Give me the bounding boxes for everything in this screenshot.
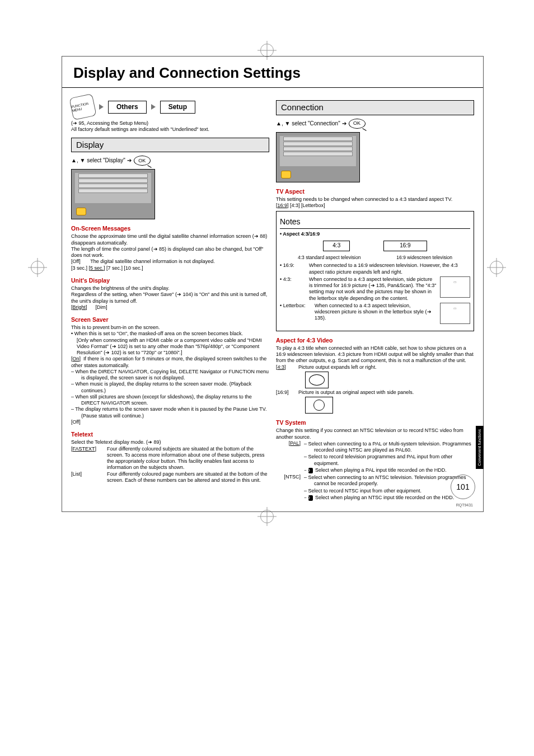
tvsystem-pal-d2: – Select to record television programmes…: [304, 454, 474, 467]
display-select-line: ▲, ▼ select "Display" ➔ OK: [71, 156, 269, 166]
saver-b1: • When this is set to "On", the masked-o…: [71, 331, 269, 337]
oval-shape-icon: [305, 372, 329, 388]
notes-bullet: • Aspect 4:3/16:9: [280, 231, 470, 237]
left-column: FUNCTION MENU Others Setup (➔ 95, Access…: [71, 96, 269, 501]
saver-on-desc: If there is no operation for 5 minutes o…: [71, 356, 266, 368]
teletext-l-label: [List]: [71, 471, 104, 484]
unitdisp-p1: Changes the brightness of the unit's dis…: [71, 285, 269, 292]
tvsystem-ntsc-d3: – HDD Select when playing an NTSC input …: [304, 495, 474, 501]
screen-illustration: [71, 169, 155, 219]
notes-169: • 16:9: When connected to a 16:9 widescr…: [280, 262, 470, 275]
connection-select-text: ▲, ▼ select "Connection" ➔: [276, 120, 346, 128]
ratio-43-label: 4:3 standard aspect television: [298, 255, 360, 261]
saver-heading: Screen Saver: [71, 316, 269, 323]
ratio-169-label: 16:9 widescreen television: [396, 255, 452, 261]
aspect43-o2-desc: Picture is output as original aspect wit…: [298, 389, 414, 395]
notes-169-tag: • 16:9:: [280, 262, 306, 275]
osm-heading: On-Screen Messages: [71, 225, 269, 232]
saver-d3: – When still pictures are shown (except …: [71, 394, 269, 407]
circle-shape-icon: [305, 397, 333, 414]
osm-default: 5 sec.: [90, 265, 104, 271]
hdd-tag-icon: HDD: [308, 468, 313, 473]
notes-lb-tag: • Letterbox:: [280, 303, 311, 326]
unitdisp-opts: [Bright] [Dim]: [71, 304, 269, 311]
others-button: Others: [108, 101, 147, 114]
return-icon: [281, 171, 291, 179]
teletext-fastext: [FASTEXT] Four differently coloured subj…: [71, 446, 269, 471]
notes-header: Notes: [280, 216, 470, 229]
registration-mark-icon: [260, 44, 274, 57]
unitdisp-opt1: Bright: [73, 304, 86, 310]
osm-p2: The length of time the control panel (➔ …: [71, 246, 269, 259]
aspect43-o2-tag: [16:9]: [276, 389, 289, 395]
connection-select-line: ▲, ▼ select "Connection" ➔ OK: [276, 119, 474, 129]
unitdisp-p2: Regardless of the setting, when "Power S…: [71, 292, 269, 304]
page-title: Display and Connection Settings: [62, 57, 483, 88]
teletext-l-desc: Four differently coloured page numbers a…: [107, 471, 269, 484]
registration-mark-icon: [490, 261, 503, 274]
notes-169-body: When connected to a 16:9 widescreen tele…: [309, 262, 470, 275]
osm-opts: [3 sec.] [5 sec.] [7 sec.] [10 sec.]: [71, 265, 269, 271]
saver-off: [Off]: [71, 419, 269, 425]
tvsystem-p1: Change this setting if you connect an NT…: [276, 428, 474, 440]
tvaspect-heading: TV Aspect: [276, 188, 474, 195]
saver-p1: This is to prevent burn-in on the screen…: [71, 325, 269, 331]
osm-off: [Off] The digital satellite channel info…: [71, 259, 269, 265]
ratio-row: 4:3 16:9: [280, 241, 470, 251]
setup-button: Setup: [160, 101, 195, 114]
teletext-f-label: FASTEXT: [73, 446, 95, 452]
aspect43-p1: To play a 4:3 title when connected with …: [276, 345, 474, 364]
aspect43-o2: [16:9] Picture is output as original asp…: [276, 389, 474, 396]
notes-43-tag: • 4:3:: [280, 276, 306, 302]
tvsystem-heading: TV System: [276, 419, 474, 426]
chevron-right-icon: [99, 104, 104, 110]
osm-p1: Choose the approximate time until the di…: [71, 233, 269, 246]
tvsystem-pal-d3: – HDD Select when playing a PAL input ti…: [304, 467, 474, 473]
saver-on: [On] If there is no operation for 5 minu…: [71, 356, 269, 369]
unitdisp-opt2: [Dim]: [96, 304, 107, 310]
tvsystem-pal-d1: – Select when connecting to a PAL or Mul…: [304, 441, 474, 454]
tvsystem-ntsc-tag: [NTSC]: [276, 474, 301, 501]
tvsystem-ntsc-d1: – Select when connecting to an NTSC tele…: [304, 475, 474, 487]
ratio-43-box: 4:3: [323, 241, 350, 251]
function-menu-icon: FUNCTION MENU: [69, 93, 96, 120]
tvsystem-ntsc: [NTSC] – Select when connecting to an NT…: [276, 474, 474, 501]
unitdisp-heading: Unit's Display: [71, 277, 269, 284]
saver-d2: – When music is played, the display retu…: [71, 381, 269, 394]
connection-section-header: Connection: [276, 100, 474, 115]
notes-box: Notes • Aspect 4:3/16:9 4:3 16:9 4:3 sta…: [276, 211, 474, 331]
tvsystem-ntsc-d2: – Select to record NTSC input from other…: [304, 488, 474, 494]
teletext-heading: Teletext: [71, 431, 269, 438]
page-frame: Display and Connection Settings FUNCTION…: [62, 56, 484, 512]
doc-code: RQT9431: [456, 503, 473, 507]
saver-on-label: On: [73, 356, 79, 361]
teletext-p1: Select the Teletext display mode. (➔ 89): [71, 439, 269, 445]
ratio-169-box: 16:9: [383, 241, 427, 251]
ok-icon: OK: [349, 119, 366, 129]
notes-43-body: ▭ When connected to a 4:3 aspect televis…: [309, 276, 470, 302]
saver-d1: – When the DIRECT NAVIGATOR, Copying lis…: [71, 369, 269, 382]
tvsystem-pal-tag: PAL: [290, 440, 299, 446]
breadcrumb: FUNCTION MENU Others Setup: [71, 96, 269, 118]
tvaspect-opts: [16:9] [4:3] [Letterbox]: [276, 203, 474, 209]
aspect43-o1-tag: 4:3: [278, 364, 285, 370]
display-section-header: Display: [71, 138, 269, 153]
side-tab: Convenient functions: [476, 426, 484, 469]
intro-factory: All factory default settings are indicat…: [71, 126, 269, 133]
saver-b1a: [Only when connecting with an HDMI cable…: [71, 337, 269, 356]
screen-illustration: [276, 132, 360, 182]
tv-illustration-icon: ▭: [440, 276, 470, 298]
chevron-right-icon: [151, 104, 156, 110]
aspect43-heading: Aspect for 4:3 Video: [276, 337, 474, 344]
intro-ref: (➔ 95, Accessing the Setup Menu): [71, 120, 269, 126]
osm-off-label: [Off]: [71, 259, 81, 264]
aspect43-o1-desc: Picture output expands left or right.: [298, 364, 377, 370]
page-number: 101: [451, 475, 475, 499]
return-icon: [76, 208, 86, 215]
tvaspect-default: 16:9: [278, 203, 288, 208]
tv-illustration-icon: ▭: [440, 303, 470, 324]
right-column: Connection ▲, ▼ select "Connection" ➔ OK…: [276, 96, 474, 501]
notes-43: • 4:3: ▭ When connected to a 4:3 aspect …: [280, 276, 470, 302]
teletext-list: [List] Four differently coloured page nu…: [71, 471, 269, 484]
display-select-text: ▲, ▼ select "Display" ➔: [71, 157, 132, 165]
